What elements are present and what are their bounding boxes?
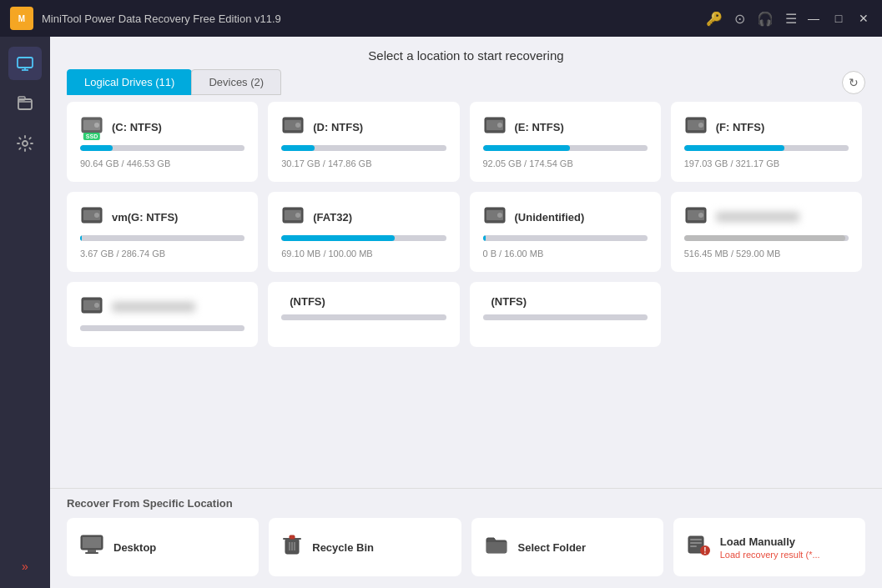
svg-text:M: M xyxy=(18,14,25,23)
sidebar-bottom: » xyxy=(8,555,42,578)
close-button[interactable]: ✕ xyxy=(855,12,872,25)
drive-card-ntfs2[interactable]: (NTFS) xyxy=(470,282,661,347)
recover-card-manual[interactable]: ! Load Manually Load recovery result (*.… xyxy=(673,518,865,576)
headphones-icon[interactable]: 🎧 xyxy=(757,11,774,27)
drive-size-unid: 0 B / 16.00 MB xyxy=(483,249,544,259)
svg-rect-38 xyxy=(85,552,98,554)
drive-bar-d xyxy=(281,145,446,151)
tab-logical-drives[interactable]: Logical Drives (11) xyxy=(67,69,192,95)
content-header: Select a location to start recovering xyxy=(50,37,882,69)
drive-card-ntfs1[interactable]: (NTFS) xyxy=(268,282,459,347)
drive-card-d[interactable]: (D: NTFS) 30.17 GB / 147.86 GB xyxy=(268,102,459,182)
svg-point-19 xyxy=(698,123,703,128)
drive-name-ntfs1: (NTFS) xyxy=(290,295,325,308)
drive-icon-wrap-e xyxy=(483,115,507,138)
drive-size-fat32: 69.10 MB / 100.00 MB xyxy=(281,249,372,259)
drive-icon-wrap-unk2 xyxy=(80,295,103,319)
recover-sublabel-manual: Load recovery result (*... xyxy=(720,550,820,560)
recover-title: Recover From Specific Location xyxy=(67,497,865,510)
drive-name-unk2 xyxy=(112,302,195,312)
drive-name-fat32: (FAT32) xyxy=(313,211,352,224)
svg-rect-2 xyxy=(18,58,33,68)
drive-card-c[interactable]: SSD (C: NTFS) 90.64 GB / 446.53 GB xyxy=(67,102,258,182)
ssd-badge: SSD xyxy=(83,133,100,140)
drive-bar-f xyxy=(684,145,849,151)
drive-bar-unk1 xyxy=(684,235,849,241)
hdd-icon-d xyxy=(281,115,305,135)
svg-rect-47 xyxy=(690,539,702,540)
svg-rect-45 xyxy=(486,542,507,553)
svg-rect-6 xyxy=(18,97,25,100)
drive-icon-wrap-g xyxy=(80,205,103,229)
minimize-button[interactable]: — xyxy=(805,12,822,25)
app-title: MiniTool Power Data Recovery Free Editio… xyxy=(42,13,706,25)
folder-icon xyxy=(485,535,508,560)
drive-size-g: 3.67 GB / 286.74 GB xyxy=(80,249,165,259)
svg-point-22 xyxy=(94,213,99,218)
svg-point-28 xyxy=(497,213,502,218)
recover-card-desktop[interactable]: Desktop xyxy=(67,518,259,576)
tab-devices[interactable]: Devices (2) xyxy=(191,69,281,95)
recover-grid: Desktop Recycle Bin xyxy=(67,518,865,576)
drive-size-c: 90.64 GB / 446.53 GB xyxy=(80,158,170,168)
drive-card-e[interactable]: (E: NTFS) 92.05 GB / 174.54 GB xyxy=(470,102,661,182)
svg-point-31 xyxy=(698,213,703,218)
drive-bar-unid xyxy=(483,235,648,241)
recover-label-manual: Load Manually xyxy=(720,535,820,548)
drive-card-unk2[interactable] xyxy=(67,282,258,347)
svg-rect-36 xyxy=(83,537,101,548)
drive-bar-g xyxy=(80,235,244,241)
tabs-area: Logical Drives (11) Devices (2) ↻ xyxy=(50,69,882,95)
recover-label-folder: Select Folder xyxy=(518,541,587,554)
recover-label-desktop: Desktop xyxy=(113,541,156,554)
drive-card-fat32[interactable]: (FAT32) 69.10 MB / 100.00 MB xyxy=(268,192,459,272)
svg-point-13 xyxy=(295,123,300,128)
drive-bar-fill-g xyxy=(80,235,82,241)
drive-icon-wrap-unk1 xyxy=(684,205,708,229)
drive-bar-c xyxy=(80,145,244,151)
drives-grid: SSD (C: NTFS) 90.64 GB / 446.53 GB xyxy=(67,102,865,347)
drive-name-e: (E: NTFS) xyxy=(515,121,564,133)
circle-icon[interactable]: ⊙ xyxy=(734,11,745,27)
drive-bar-fat32 xyxy=(281,235,446,241)
drive-card-unk1[interactable]: 516.45 MB / 529.00 MB xyxy=(671,192,862,272)
refresh-button[interactable]: ↻ xyxy=(842,71,865,94)
content-area: Select a location to start recovering Lo… xyxy=(50,37,882,588)
main-layout: » Select a location to start recovering … xyxy=(0,37,882,588)
hdd-icon-f xyxy=(684,115,708,135)
drive-bar-ntfs1 xyxy=(281,314,446,320)
svg-text:!: ! xyxy=(703,546,706,555)
expand-button[interactable]: » xyxy=(17,555,33,578)
drive-bar-fill-unid xyxy=(483,235,486,241)
hdd-icon-unk1 xyxy=(684,205,708,225)
drive-size-unk1: 516.45 MB / 529.00 MB xyxy=(684,249,781,259)
maximize-button[interactable]: □ xyxy=(830,12,847,25)
drive-bar-fill-f xyxy=(684,145,784,151)
recover-card-folder[interactable]: Select Folder xyxy=(471,518,663,576)
menu-icon[interactable]: ☰ xyxy=(785,11,797,27)
drive-card-f[interactable]: (F: NTFS) 197.03 GB / 321.17 GB xyxy=(671,102,862,182)
svg-point-25 xyxy=(295,213,300,218)
sidebar-item-scan[interactable] xyxy=(8,47,42,80)
drive-card-unid[interactable]: (Unidentified) 0 B / 16.00 MB xyxy=(470,192,661,272)
recover-section: Recover From Specific Location Desktop xyxy=(50,488,882,588)
key-icon[interactable]: 🔑 xyxy=(706,11,723,27)
drive-card-g[interactable]: vm(G: NTFS) 3.67 GB / 286.74 GB xyxy=(67,192,258,272)
sidebar-item-projects[interactable] xyxy=(8,87,42,120)
drives-scroll[interactable]: SSD (C: NTFS) 90.64 GB / 446.53 GB xyxy=(50,102,882,488)
page-title: Select a location to start recovering xyxy=(67,48,865,63)
drive-bar-fill-fat32 xyxy=(281,235,395,241)
drive-icon-wrap-c: SSD xyxy=(80,115,103,138)
drive-name-d: (D: NTFS) xyxy=(313,121,363,133)
sidebar-item-settings[interactable] xyxy=(8,127,42,160)
drive-size-e: 92.05 GB / 174.54 GB xyxy=(483,158,573,168)
desktop-icon xyxy=(80,534,103,560)
hdd-icon-fat32 xyxy=(281,205,305,225)
sidebar: » xyxy=(0,37,50,588)
drive-name-unid: (Unidentified) xyxy=(515,211,585,224)
drive-icon-wrap-f xyxy=(684,115,708,138)
hdd-icon-unid xyxy=(483,205,507,225)
load-manually-icon: ! xyxy=(687,534,710,560)
drive-bar-fill-e xyxy=(483,145,571,151)
recover-card-recycle[interactable]: Recycle Bin xyxy=(269,518,461,576)
